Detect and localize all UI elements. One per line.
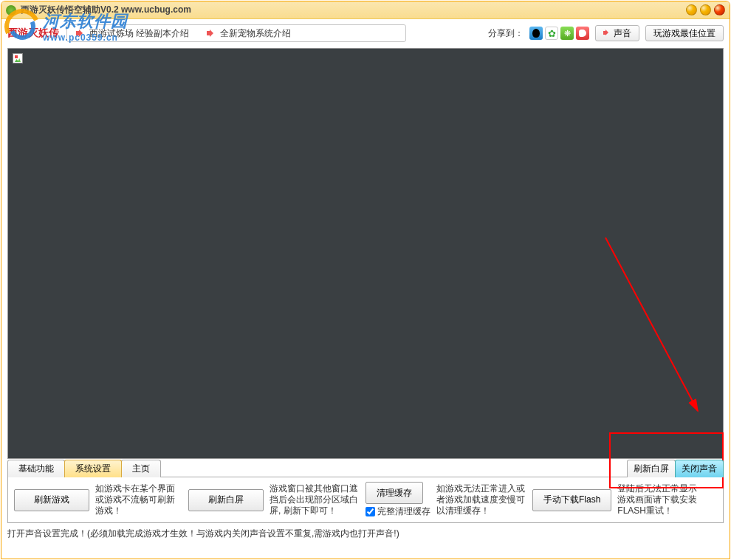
best-position-label: 玩游戏最佳位置	[653, 27, 715, 40]
close-button[interactable]	[714, 4, 725, 15]
announcement-box: 西游试炼场 经验副本介绍 全新宠物系统介绍	[66, 24, 406, 42]
share-qzone-icon[interactable]	[545, 27, 558, 40]
game-name-label: 西游灭妖传	[7, 27, 59, 40]
refresh-white-action[interactable]: 刷新白屏	[627, 460, 676, 477]
tab-home[interactable]: 主页	[121, 460, 161, 477]
share-icons	[529, 27, 589, 40]
refresh-game-hint: 如游戏卡在某个界面或游戏不流畅可刷新游戏！	[95, 483, 182, 516]
game-viewport[interactable]	[7, 48, 724, 459]
window-title: 西游灭妖传悟空辅助V0.2 www.ucbug.com	[21, 4, 191, 16]
close-sound-action[interactable]: 关闭声音	[675, 460, 724, 477]
app-icon	[6, 5, 16, 15]
tab-basic-features[interactable]: 基础功能	[7, 460, 65, 477]
broken-image-icon	[13, 53, 23, 63]
refresh-white-hint: 游戏窗口被其他窗口遮挡后会出现部分区域白屏, 刷新下即可！	[270, 483, 360, 516]
refresh-white-button[interactable]: 刷新白屏	[188, 489, 264, 511]
full-clear-checkbox[interactable]	[366, 507, 375, 516]
download-flash-button[interactable]: 手动下载Flash	[532, 489, 611, 511]
sound-button[interactable]: 声音	[595, 25, 639, 41]
announcement-text: 全新宠物系统介绍	[220, 27, 291, 40]
window-controls	[686, 4, 725, 15]
announcement-item[interactable]: 西游试炼场 经验副本介绍	[67, 27, 198, 40]
refresh-game-button[interactable]: 刷新游戏	[14, 489, 89, 511]
share-label: 分享到：	[488, 27, 524, 40]
top-toolbar: 西游灭妖传 西游试炼场 经验副本介绍 全新宠物系统介绍 分享到： 声音 玩游戏最…	[7, 23, 724, 44]
share-weibo-icon[interactable]	[576, 27, 589, 40]
speaker-icon	[207, 29, 216, 38]
settings-panel: 刷新游戏 如游戏卡在某个界面或游戏不流畅可刷新游戏！ 刷新白屏 游戏窗口被其他窗…	[7, 477, 724, 523]
clear-cache-group: 清理缓存 完整清理缓存	[366, 482, 430, 518]
full-clear-checkbox-row[interactable]: 完整清理缓存	[366, 505, 430, 518]
full-clear-label: 完整清理缓存	[377, 505, 430, 518]
speaker-icon	[76, 29, 85, 38]
clear-cache-button[interactable]: 清理缓存	[366, 482, 423, 504]
maximize-button[interactable]	[700, 4, 711, 15]
minimize-button[interactable]	[686, 4, 697, 15]
share-qq-icon[interactable]	[529, 27, 543, 40]
best-position-button[interactable]: 玩游戏最佳位置	[645, 25, 724, 41]
titlebar[interactable]: 西游灭妖传悟空辅助V0.2 www.ucbug.com	[1, 1, 730, 19]
app-window: 西游灭妖传悟空辅助V0.2 www.ucbug.com 河东软件园 www.pc…	[1, 1, 730, 559]
tab-system-settings[interactable]: 系统设置	[64, 460, 122, 477]
status-bar: 打开声音设置完成！(必须加载完成游戏才生效！与游戏内关闭声音设置不重复,需游戏内…	[7, 526, 724, 542]
download-flash-hint: 登陆后无法正常显示游戏画面请下载安装FLASH重试！	[617, 483, 704, 516]
announcement-item[interactable]: 全新宠物系统介绍	[198, 27, 300, 40]
bottom-tab-row: 基础功能 系统设置 主页 刷新白屏 关闭声音	[7, 460, 724, 477]
sound-button-label: 声音	[614, 27, 631, 40]
sound-icon	[603, 30, 611, 37]
announcement-text: 西游试炼场 经验副本介绍	[89, 27, 189, 40]
clear-cache-hint: 如游戏无法正常进入或者游戏加载速度变慢可以清理缓存！	[436, 483, 526, 516]
share-clover-icon[interactable]	[560, 27, 574, 40]
